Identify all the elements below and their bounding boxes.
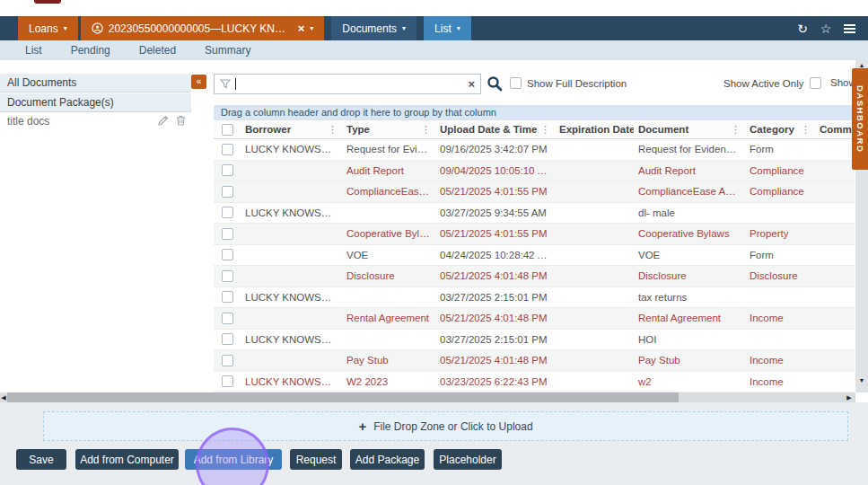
top-strip — [0, 0, 868, 16]
group-by-drop-area[interactable]: Drag a column header and drop it here to… — [214, 105, 855, 119]
edit-pencil-icon[interactable] — [158, 115, 169, 126]
hamburger-menu-icon[interactable] — [837, 16, 861, 40]
column-header-category[interactable]: Category⋮ — [745, 124, 815, 136]
list-menu-tab[interactable]: List ▾ — [424, 16, 471, 40]
show-full-description-checkbox[interactable] — [510, 77, 522, 89]
row-checkbox[interactable] — [222, 186, 233, 198]
select-all-checkbox[interactable] — [222, 124, 233, 136]
row-checkbox[interactable] — [222, 249, 233, 260]
column-menu-icon[interactable]: ⋮ — [325, 124, 338, 136]
search-input[interactable]: × — [214, 74, 481, 94]
row-checkbox-cell — [214, 270, 241, 282]
loans-menu-tab[interactable]: Loans ▾ — [18, 16, 78, 40]
cell-borrower: LUCKY KNOWSCO... — [241, 292, 342, 303]
documents-menu-tab[interactable]: Documents ▾ — [331, 16, 416, 40]
cell-category: Compliance — [745, 186, 815, 197]
table-header-row: Borrower⋮ Type⋮ Upload Date & Time⋮ Expi… — [214, 119, 855, 139]
tab-list[interactable]: List — [25, 44, 42, 57]
table-row[interactable]: VOE 04/24/2025 10:28:42 AM VOE Form — [214, 245, 855, 267]
cell-document: VOE — [634, 250, 745, 260]
column-header-expiration-date[interactable]: Expiration Date⋮ — [555, 124, 634, 136]
loan-tab[interactable]: 20230550000000005—LUCKY KNOWSCO... × ▾ — [81, 16, 325, 40]
row-checkbox-cell — [214, 291, 241, 303]
column-menu-icon[interactable]: ⋮ — [538, 124, 550, 136]
document-manager-app: Loans ▾ 20230550000000005—LUCKY KNOWSCO.… — [0, 0, 868, 485]
save-button[interactable]: Save — [16, 449, 66, 470]
sidebar-item-all-documents[interactable]: All Documents — [0, 74, 191, 93]
clear-search-icon[interactable]: × — [468, 78, 475, 90]
cell-upload-date: 05/21/2025 4:01:55 PM — [435, 228, 555, 239]
column-header-document[interactable]: Document⋮ — [634, 124, 745, 136]
row-checkbox[interactable] — [222, 375, 233, 387]
search-icon[interactable] — [487, 75, 503, 95]
column-header-comments[interactable]: Comments — [815, 124, 855, 135]
scroll-down-arrow-icon[interactable]: ▼ — [855, 375, 868, 385]
cell-document: ComplianceEase Audit R... — [634, 186, 745, 197]
column-header-borrower[interactable]: Borrower⋮ — [241, 124, 342, 136]
cell-document: Cooperative Bylaws — [634, 228, 745, 239]
cell-category: Income — [745, 355, 815, 366]
show-active-only-control: Show Active Only — [723, 77, 821, 89]
show-active-only-checkbox[interactable] — [810, 77, 821, 89]
cell-document: Pay Stub — [634, 355, 745, 366]
sidebar-item-package[interactable]: title docs — [0, 112, 191, 130]
favorite-star-icon[interactable]: ☆ — [814, 16, 837, 40]
table-row[interactable]: Pay Stub 05/21/2025 4:01:48 PM Pay Stub … — [214, 350, 855, 372]
trash-icon[interactable] — [176, 115, 186, 126]
chevron-down-icon[interactable]: ▾ — [310, 25, 313, 32]
add-from-computer-button[interactable]: Add from Computer — [75, 449, 179, 470]
file-drop-zone[interactable]: + File Drop Zone or Click to Upload — [43, 411, 848, 441]
view-subtabs: List Pending Deleted Summary — [0, 40, 868, 60]
column-menu-icon[interactable]: ⋮ — [728, 124, 741, 136]
close-icon[interactable]: × — [298, 22, 305, 34]
table-row[interactable]: Audit Report 09/04/2025 10:05:10 AM Audi… — [214, 161, 855, 182]
table-row[interactable]: LUCKY KNOWSCO... 03/27/2025 9:34:55 AM d… — [214, 203, 855, 225]
cell-type: Pay Stub — [342, 355, 435, 366]
add-from-library-button[interactable]: Add from Library — [185, 449, 282, 470]
column-header-type[interactable]: Type⋮ — [342, 124, 435, 136]
horizontal-scrollbar-thumb[interactable] — [7, 392, 679, 402]
tab-pending[interactable]: Pending — [71, 44, 110, 57]
scroll-right-arrow-icon[interactable]: ▶ — [845, 392, 854, 402]
column-header-upload-date[interactable]: Upload Date & Time⋮ — [435, 124, 555, 136]
navbar-left-pad — [0, 16, 18, 40]
show-active-only-label: Show Active Only — [723, 78, 803, 89]
scroll-left-arrow-icon[interactable]: ◀ — [0, 392, 7, 402]
table-row[interactable]: ComplianceEase Audit... 05/21/2025 4:01:… — [214, 181, 855, 203]
row-checkbox[interactable] — [222, 313, 233, 324]
column-menu-icon[interactable]: ⋮ — [418, 124, 431, 136]
sidebar-collapse-button[interactable]: « — [191, 75, 206, 89]
plus-icon: + — [358, 419, 366, 433]
row-checkbox[interactable] — [222, 355, 233, 366]
row-checkbox[interactable] — [222, 144, 233, 155]
refresh-icon[interactable]: ↻ — [791, 16, 814, 40]
table-row[interactable]: LUCKY KNOWSCO... Request for Evidence ..… — [214, 139, 855, 161]
row-checkbox-cell — [214, 228, 241, 240]
row-checkbox[interactable] — [222, 291, 233, 303]
row-checkbox[interactable] — [222, 333, 233, 345]
tab-deleted[interactable]: Deleted — [139, 44, 176, 57]
tab-summary[interactable]: Summary — [205, 44, 250, 57]
request-button[interactable]: Request — [290, 449, 342, 470]
add-package-button[interactable]: Add Package — [350, 449, 425, 470]
row-checkbox[interactable] — [222, 270, 233, 282]
table-row[interactable]: Disclosure 05/21/2025 4:01:48 PM Disclos… — [214, 266, 855, 287]
row-checkbox[interactable] — [222, 164, 233, 176]
column-menu-icon[interactable]: ⋮ — [798, 124, 811, 136]
table-row[interactable]: LUCKY KNOWSCO... 03/27/2025 2:15:01 PM H… — [214, 330, 855, 351]
cell-document: Request for Evidence of ... — [634, 144, 745, 154]
table-row[interactable]: Cooperative Bylaws 05/21/2025 4:01:55 PM… — [214, 224, 855, 245]
chevron-down-icon: ▾ — [402, 25, 406, 32]
row-checkbox[interactable] — [222, 228, 233, 240]
row-checkbox-cell — [214, 144, 241, 155]
table-row[interactable]: LUCKY KNOWSCO... W2 2023 03/23/2025 6:22… — [214, 372, 855, 393]
table-row[interactable]: Rental Agreement 05/21/2025 4:01:48 PM R… — [214, 308, 855, 330]
dashboard-side-tab[interactable]: DASHBOARD — [852, 68, 868, 170]
row-checkbox-cell — [214, 313, 241, 324]
cell-document: Disclosure — [634, 270, 745, 281]
cell-document: HOI — [634, 334, 745, 345]
row-checkbox[interactable] — [222, 207, 233, 218]
loan-tab-label: 20230550000000005—LUCKY KNOWSCO... — [109, 22, 293, 35]
placeholder-button[interactable]: Placeholder — [434, 449, 502, 470]
table-row[interactable]: LUCKY KNOWSCO... 03/27/2025 2:15:01 PM t… — [214, 287, 855, 309]
